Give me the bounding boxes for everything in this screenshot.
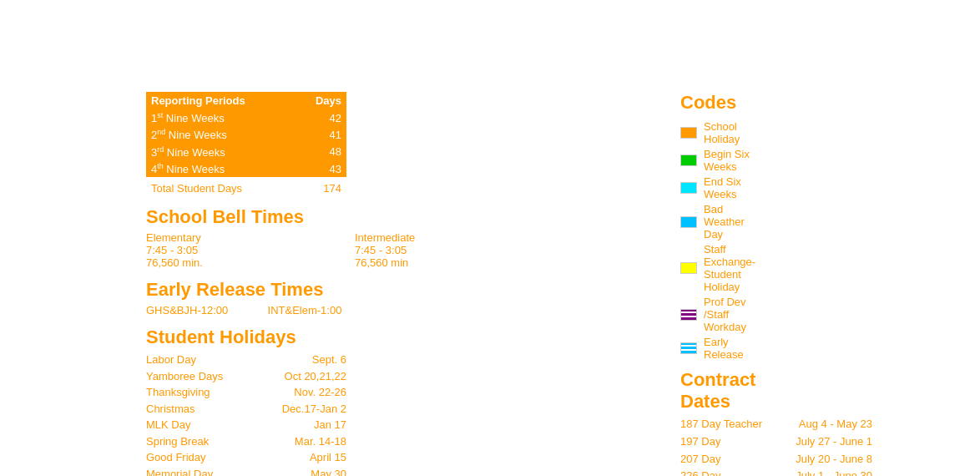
contract-row-value: Aug 4 - May 23 — [799, 416, 872, 433]
codes-heading: Codes — [680, 92, 764, 114]
reporting-row: 2nd Nine Weeks 41 — [146, 126, 346, 143]
holiday-row: Spring Break Mar. 14-18 — [146, 433, 346, 450]
codes-list: School Holiday Begin Six Weeks End Six W… — [680, 120, 764, 361]
intermediate-label: Intermediate — [330, 231, 513, 244]
reporting-row-days: 41 — [295, 126, 346, 143]
contract-row-value: July 20 - June 8 — [796, 451, 872, 468]
early-release-heading: Early Release Times — [146, 279, 513, 301]
contract-row: 187 Day Teacher Aug 4 - May 23 — [680, 416, 872, 433]
holiday-label: Yamboree Days — [146, 368, 223, 385]
holiday-value: Mar. 14-18 — [295, 433, 346, 450]
holiday-value: May 30 — [311, 466, 346, 476]
intermediate-min: 76,560 min — [330, 256, 513, 269]
elementary-time: 7:45 - 3:05 — [146, 244, 330, 256]
holiday-value: Nov. 22-26 — [294, 384, 346, 401]
code-item: School Holiday — [680, 120, 764, 145]
reporting-col1-header: Reporting Periods — [146, 92, 295, 109]
code-label: End Six Weeks — [704, 175, 764, 200]
early-release-color-box — [680, 342, 697, 354]
page-wrapper: Reporting Periods Days 1st Nine Weeks 42… — [0, 0, 980, 476]
holiday-row: Good Friday April 15 — [146, 449, 346, 466]
intermediate-time: 7:45 - 3:05 — [330, 244, 513, 256]
holiday-label: Thanksgiving — [146, 384, 210, 401]
reporting-row: 4th Nine Weeks 43 — [146, 160, 346, 177]
contract-row: 207 Day July 20 - June 8 — [680, 451, 872, 468]
holiday-value: April 15 — [310, 449, 346, 466]
reporting-row-label: 3rd Nine Weeks — [146, 144, 295, 160]
color-box — [680, 262, 697, 274]
elementary-label: Elementary — [146, 231, 330, 244]
code-item: Begin Six Weeks — [680, 148, 764, 173]
contract-row: 226 Day July 1 - June 30 — [680, 468, 872, 476]
reporting-row-label: 4th Nine Weeks — [146, 160, 295, 177]
code-item: Prof Dev /Staff Workday — [680, 296, 764, 333]
left-panel: Reporting Periods Days 1st Nine Weeks 42… — [146, 92, 513, 476]
contract-row-value: July 27 - June 1 — [796, 433, 872, 451]
color-box — [680, 182, 697, 194]
color-box — [680, 127, 697, 139]
holiday-label: Good Friday — [146, 449, 206, 466]
early-release-col1: GHS&BJH-12:00 — [146, 304, 228, 316]
holiday-label: Memorial Day — [146, 466, 213, 476]
reporting-row-days: 48 — [295, 144, 346, 160]
holiday-row: MLK Day Jan 17 — [146, 417, 346, 433]
code-label: School Holiday — [704, 120, 764, 145]
holiday-list: Labor Day Sept. 6 Yamboree Days Oct 20,2… — [146, 352, 513, 476]
color-box — [680, 216, 697, 228]
reporting-row-days: 42 — [295, 109, 346, 126]
code-item: Bad Weather Day — [680, 203, 764, 241]
reporting-row-label: 2nd Nine Weeks — [146, 126, 295, 143]
holiday-value: Sept. 6 — [312, 352, 346, 368]
contract-heading: Contract Dates — [680, 369, 764, 413]
holiday-row: Yamboree Days Oct 20,21,22 — [146, 368, 346, 385]
reporting-row-days: 43 — [295, 160, 346, 177]
code-label: Staff Exchange-Student Holiday — [704, 243, 764, 293]
contract-row-label: 207 Day — [680, 451, 780, 468]
holiday-value: Dec.17-Jan 2 — [282, 401, 346, 418]
profdev-color-box — [680, 309, 697, 321]
bell-times-heading: School Bell Times — [146, 206, 513, 228]
bell-times-grid: Elementary Intermediate 7:45 - 3:05 7:45… — [146, 231, 513, 269]
color-box — [680, 154, 697, 166]
code-label: Begin Six Weeks — [704, 148, 764, 173]
code-label: Prof Dev /Staff Workday — [704, 296, 764, 333]
holiday-label: Christmas — [146, 401, 195, 418]
elementary-min: 76,560 min. — [146, 256, 330, 269]
holiday-row: Christmas Dec.17-Jan 2 — [146, 401, 346, 418]
reporting-col2-header: Days — [295, 92, 346, 109]
code-item: End Six Weeks — [680, 175, 764, 200]
reporting-row-label: 1st Nine Weeks — [146, 109, 295, 126]
contract-row-label: 226 Day — [680, 468, 780, 476]
contract-row-label: 197 Day — [680, 433, 780, 451]
contract-row-value: July 1 - June 30 — [796, 468, 872, 476]
code-label: Early Release — [704, 336, 764, 361]
contract-row-label: 187 Day Teacher — [680, 416, 780, 433]
holiday-row: Thanksgiving Nov. 22-26 — [146, 384, 346, 401]
contract-list: 187 Day Teacher Aug 4 - May 23 197 Day J… — [680, 416, 764, 476]
holiday-label: Spring Break — [146, 433, 209, 450]
total-row: Total Student Days 174 — [146, 180, 346, 196]
early-release-row: GHS&BJH-12:00 INT&Elem-1:00 — [146, 304, 513, 316]
contract-row: 197 Day July 27 - June 1 — [680, 433, 872, 451]
reporting-table: Reporting Periods Days 1st Nine Weeks 42… — [146, 92, 346, 177]
student-holidays-heading: Student Holidays — [146, 327, 513, 348]
holiday-label: Labor Day — [146, 352, 196, 368]
reporting-row: 1st Nine Weeks 42 — [146, 109, 346, 126]
right-panel: Codes School Holiday Begin Six Weeks End… — [513, 92, 764, 476]
early-release-col2: INT&Elem-1:00 — [268, 304, 342, 316]
holiday-row: Memorial Day May 30 — [146, 466, 346, 476]
reporting-row: 3rd Nine Weeks 48 — [146, 144, 346, 160]
code-item: Staff Exchange-Student Holiday — [680, 243, 764, 293]
holiday-value: Oct 20,21,22 — [285, 368, 346, 385]
code-item: Early Release — [680, 336, 764, 361]
total-value: 174 — [323, 182, 341, 195]
total-label: Total Student Days — [151, 182, 242, 195]
code-label: Bad Weather Day — [704, 203, 764, 241]
holiday-label: MLK Day — [146, 417, 190, 433]
holiday-row: Labor Day Sept. 6 — [146, 352, 346, 368]
holiday-value: Jan 17 — [314, 417, 346, 433]
